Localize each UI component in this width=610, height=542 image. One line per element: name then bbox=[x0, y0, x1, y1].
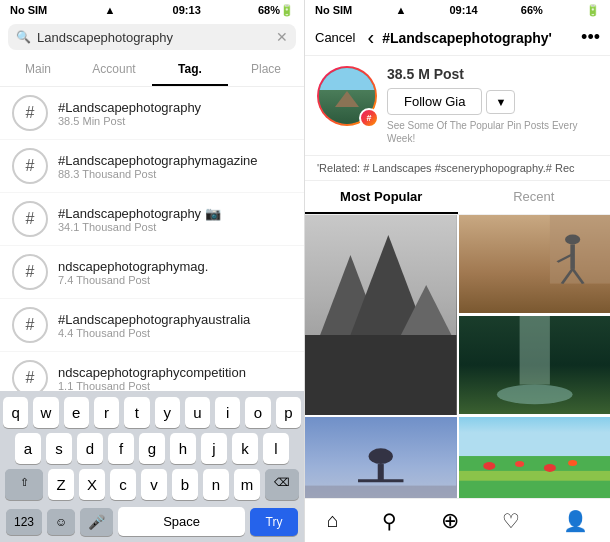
mic-key[interactable]: 🎤 bbox=[80, 508, 113, 536]
photo-waterfall[interactable] bbox=[459, 316, 611, 414]
carrier-left: No SIM bbox=[10, 4, 47, 16]
key-g[interactable]: g bbox=[139, 433, 165, 464]
tab-tag[interactable]: Tag. bbox=[152, 54, 228, 86]
key-v[interactable]: v bbox=[141, 469, 167, 500]
photo-grid bbox=[305, 215, 610, 498]
shift-key[interactable]: ⇧ bbox=[5, 469, 43, 500]
svg-point-7 bbox=[565, 235, 580, 245]
search-bar[interactable]: 🔍 ✕ bbox=[8, 24, 296, 50]
carrier-right: No SIM bbox=[315, 4, 352, 16]
key-a[interactable]: a bbox=[15, 433, 41, 464]
space-key[interactable]: Space bbox=[118, 507, 245, 536]
photo-person[interactable] bbox=[305, 417, 457, 498]
key-z[interactable]: Z bbox=[48, 469, 74, 500]
photo-mountain-bw[interactable] bbox=[305, 215, 457, 415]
search-tabs: Main Account Tag. Place bbox=[0, 54, 304, 87]
wifi-icon-right: ▲ bbox=[395, 4, 406, 16]
wifi-icon: ▲ bbox=[105, 4, 116, 16]
key-k[interactable]: k bbox=[232, 433, 258, 464]
key-c[interactable]: c bbox=[110, 469, 136, 500]
list-item[interactable]: # #Landscapephotography 38.5 Min Post bbox=[0, 87, 304, 140]
key-j[interactable]: j bbox=[201, 433, 227, 464]
tab-main[interactable]: Main bbox=[0, 54, 76, 86]
key-h[interactable]: h bbox=[170, 433, 196, 464]
result-count-2: 34.1 Thousand Post bbox=[58, 221, 221, 233]
key-i[interactable]: i bbox=[215, 397, 240, 428]
key-f[interactable]: f bbox=[108, 433, 134, 464]
list-item[interactable]: # ndscapephotographycompetition 1.1 Thou… bbox=[0, 352, 304, 391]
key-x[interactable]: X bbox=[79, 469, 105, 500]
svg-point-23 bbox=[483, 462, 495, 470]
key-t[interactable]: t bbox=[124, 397, 149, 428]
search-input[interactable] bbox=[37, 30, 270, 45]
nav-add-icon[interactable]: ⊕ bbox=[441, 508, 459, 534]
go-key[interactable]: Try bbox=[250, 508, 298, 536]
tab-account[interactable]: Account bbox=[76, 54, 152, 86]
hashtag-icon-3: # bbox=[12, 254, 48, 290]
svg-point-24 bbox=[515, 461, 524, 467]
tab-recent[interactable]: Recent bbox=[458, 181, 611, 214]
svg-point-25 bbox=[543, 464, 555, 472]
nav-home-icon[interactable]: ⌂ bbox=[327, 509, 339, 532]
status-bar-left: No SIM ▲ 09:13 68%🔋 bbox=[0, 0, 304, 20]
key-y[interactable]: y bbox=[155, 397, 180, 428]
time-right: 09:14 bbox=[449, 4, 477, 16]
related-tags: 'Related: # Landscapes #sceneryphopograp… bbox=[305, 156, 610, 181]
hashtag-icon-2: # bbox=[12, 201, 48, 237]
key-n[interactable]: n bbox=[203, 469, 229, 500]
key-w[interactable]: w bbox=[33, 397, 58, 428]
nav-heart-icon[interactable]: ♡ bbox=[502, 509, 520, 533]
svg-point-14 bbox=[496, 385, 572, 405]
svg-rect-6 bbox=[549, 215, 610, 284]
promo-text: See Some Of The Popular Pin Posts Every … bbox=[387, 119, 598, 145]
result-count-4: 4.4 Thousand Post bbox=[58, 327, 250, 339]
key-q[interactable]: q bbox=[3, 397, 28, 428]
key-s[interactable]: s bbox=[46, 433, 72, 464]
emoji-key[interactable]: ☺ bbox=[47, 509, 75, 535]
svg-rect-13 bbox=[519, 316, 549, 385]
list-item[interactable]: # #Landscapephotographyaustralia 4.4 Tho… bbox=[0, 299, 304, 352]
key-r[interactable]: r bbox=[94, 397, 119, 428]
clear-icon[interactable]: ✕ bbox=[276, 29, 288, 45]
num-key[interactable]: 123 bbox=[6, 509, 42, 535]
backspace-key[interactable]: ⌫ bbox=[265, 469, 299, 500]
photo-hiker[interactable] bbox=[459, 215, 611, 313]
key-e[interactable]: e bbox=[64, 397, 89, 428]
tab-most-popular[interactable]: Most Popular bbox=[305, 181, 458, 214]
result-count-1: 88.3 Thousand Post bbox=[58, 168, 258, 180]
search-icon: 🔍 bbox=[16, 30, 31, 44]
keyboard-row-1: q w e r t y u i o p bbox=[3, 397, 301, 428]
list-item[interactable]: # ndscapephotographymag. 7.4 Thousand Po… bbox=[0, 246, 304, 299]
list-item[interactable]: # #Landscapephotography 📷 34.1 Thousand … bbox=[0, 193, 304, 246]
dropdown-button[interactable]: ▼ bbox=[486, 90, 515, 114]
follow-button[interactable]: Follow Gia bbox=[387, 88, 482, 115]
result-name-3: ndscapephotographymag. bbox=[58, 259, 208, 274]
key-o[interactable]: o bbox=[245, 397, 270, 428]
tab-place[interactable]: Place bbox=[228, 54, 304, 86]
hashtag-icon-4: # bbox=[12, 307, 48, 343]
list-item[interactable]: # #Landscapephotographymagazine 88.3 Tho… bbox=[0, 140, 304, 193]
key-l[interactable]: l bbox=[263, 433, 289, 464]
more-button[interactable]: ••• bbox=[581, 27, 600, 48]
hashtag-icon-0: # bbox=[12, 95, 48, 131]
photo-field[interactable] bbox=[459, 417, 611, 498]
result-name-0: #Landscapephotography bbox=[58, 100, 201, 115]
result-count-5: 1.1 Thousand Post bbox=[58, 380, 246, 392]
search-results: # #Landscapephotography 38.5 Min Post # … bbox=[0, 87, 304, 391]
back-button[interactable]: ‹ bbox=[367, 26, 374, 49]
result-name-4: #Landscapephotographyaustralia bbox=[58, 312, 250, 327]
result-count-3: 7.4 Thousand Post bbox=[58, 274, 208, 286]
nav-profile-icon[interactable]: 👤 bbox=[563, 509, 588, 533]
nav-search-icon[interactable]: ⚲ bbox=[382, 509, 397, 533]
cancel-button[interactable]: Cancel bbox=[315, 30, 355, 45]
key-u[interactable]: u bbox=[185, 397, 210, 428]
key-p[interactable]: p bbox=[276, 397, 301, 428]
key-d[interactable]: d bbox=[77, 433, 103, 464]
right-header: Cancel ‹ #Landscapephotography' ••• bbox=[305, 20, 610, 56]
key-b[interactable]: b bbox=[172, 469, 198, 500]
keyboard-bottom-row: 123 ☺ 🎤 Space Try bbox=[3, 505, 301, 538]
battery-icon: 68%🔋 bbox=[258, 4, 294, 17]
key-m[interactable]: m bbox=[234, 469, 260, 500]
status-bar-right: No SIM ▲ 09:14 66% 🔋 bbox=[305, 0, 610, 20]
time-left: 09:13 bbox=[173, 4, 201, 16]
